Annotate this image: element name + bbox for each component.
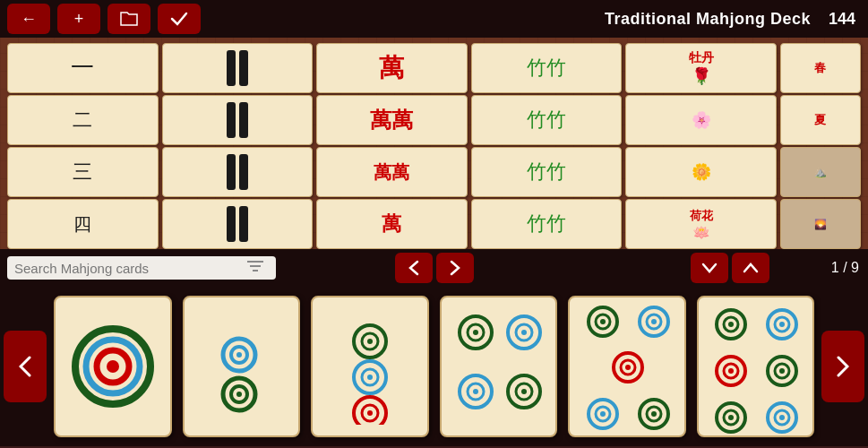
- card-tray: [0, 287, 868, 446]
- tray-card-5[interactable]: [568, 296, 686, 437]
- column-3: 萬 萬萬 萬萬 萬: [316, 43, 468, 249]
- card-count: 144: [829, 10, 855, 29]
- next-button[interactable]: [436, 253, 474, 283]
- card-5-3[interactable]: 🌼: [625, 147, 777, 197]
- search-area[interactable]: [7, 256, 276, 280]
- check-button[interactable]: [158, 4, 201, 34]
- card-1-1[interactable]: 一: [7, 43, 159, 93]
- svg-rect-6: [227, 206, 236, 242]
- svg-point-14: [107, 360, 119, 373]
- card-6-4[interactable]: 🌄: [780, 199, 861, 249]
- svg-point-23: [367, 339, 373, 344]
- svg-point-53: [600, 411, 606, 417]
- folder-button[interactable]: [107, 4, 150, 34]
- svg-rect-7: [239, 206, 248, 242]
- svg-point-47: [651, 319, 657, 324]
- svg-rect-5: [239, 154, 248, 190]
- card-6-1[interactable]: 春: [780, 43, 861, 93]
- tray-card-1[interactable]: [54, 296, 172, 437]
- svg-point-32: [473, 330, 478, 335]
- tray-card-3[interactable]: [311, 296, 429, 437]
- svg-rect-1: [239, 50, 248, 86]
- card-3-2[interactable]: 萬萬: [316, 95, 468, 145]
- add-button[interactable]: +: [57, 4, 100, 34]
- prev-button[interactable]: [395, 253, 433, 283]
- card-5-4[interactable]: 荷花 🪷: [625, 199, 777, 249]
- svg-point-50: [625, 365, 631, 370]
- svg-point-71: [779, 368, 785, 374]
- card-2-3[interactable]: [162, 147, 314, 197]
- bottom-controls: 1 / 9: [0, 249, 868, 287]
- tray-card-6[interactable]: [697, 296, 815, 437]
- tray-left-button[interactable]: [4, 331, 47, 402]
- back-button[interactable]: ←: [7, 4, 50, 34]
- card-2-2[interactable]: [162, 95, 314, 145]
- vert-arrows: [691, 253, 769, 283]
- tray-right-button[interactable]: [821, 331, 864, 402]
- card-5-2[interactable]: 🌸: [625, 95, 777, 145]
- search-input[interactable]: [14, 261, 247, 276]
- deck-title: Traditional Mahjong Deck: [605, 10, 811, 29]
- card-4-4[interactable]: 竹竹: [471, 199, 623, 249]
- svg-point-35: [521, 330, 527, 335]
- column-6: 春 夏 ⛰️ 🌄: [780, 43, 861, 249]
- card-1-3[interactable]: 三: [7, 147, 159, 197]
- svg-point-65: [728, 415, 734, 420]
- card-1-2[interactable]: 二: [7, 95, 159, 145]
- down-button[interactable]: [691, 253, 728, 283]
- svg-rect-4: [227, 154, 236, 190]
- column-2: [162, 43, 314, 249]
- tray-card-2[interactable]: [183, 296, 301, 437]
- card-2-4[interactable]: [162, 199, 314, 249]
- svg-point-29: [367, 410, 373, 416]
- card-6-3[interactable]: ⛰️: [780, 147, 861, 197]
- card-3-3[interactable]: 萬萬: [316, 147, 468, 197]
- filter-icon[interactable]: [247, 260, 263, 276]
- svg-rect-0: [227, 50, 236, 86]
- card-6-2[interactable]: 夏: [780, 95, 861, 145]
- card-1-4[interactable]: 四: [7, 199, 159, 249]
- up-button[interactable]: [732, 253, 769, 283]
- toolbar: ← + Traditional Mahjong Deck 144: [0, 0, 868, 38]
- svg-point-74: [779, 415, 785, 420]
- svg-point-62: [728, 368, 734, 374]
- tray-card-4[interactable]: [440, 296, 558, 437]
- card-3-4[interactable]: 萬: [316, 199, 468, 249]
- column-5: 牡丹 🌹 🌸 🌼 荷花 🪷: [625, 43, 777, 249]
- card-2-1[interactable]: [162, 43, 314, 93]
- svg-point-38: [473, 389, 478, 394]
- column-4: 竹竹 竹竹 竹竹 竹竹: [471, 43, 623, 249]
- column-1: 一 二 三 四: [7, 43, 159, 249]
- svg-point-41: [521, 389, 527, 394]
- card-4-2[interactable]: 竹竹: [471, 95, 623, 145]
- card-4-3[interactable]: 竹竹: [471, 147, 623, 197]
- svg-point-26: [367, 375, 373, 380]
- card-3-1[interactable]: 萬: [316, 43, 468, 93]
- svg-point-68: [779, 322, 785, 327]
- card-4-1[interactable]: 竹竹: [471, 43, 623, 93]
- svg-rect-3: [239, 102, 248, 138]
- svg-point-17: [236, 352, 242, 358]
- svg-rect-2: [227, 102, 236, 138]
- page-indicator: 1 / 9: [831, 260, 859, 276]
- main-display: 一 二 三 四: [0, 38, 868, 287]
- svg-point-56: [651, 411, 657, 417]
- svg-point-20: [236, 392, 242, 397]
- svg-point-59: [728, 322, 734, 327]
- svg-point-44: [600, 319, 606, 324]
- card-columns: 一 二 三 四: [0, 38, 868, 249]
- nav-arrows: [395, 253, 474, 283]
- card-5-1[interactable]: 牡丹 🌹: [625, 43, 777, 93]
